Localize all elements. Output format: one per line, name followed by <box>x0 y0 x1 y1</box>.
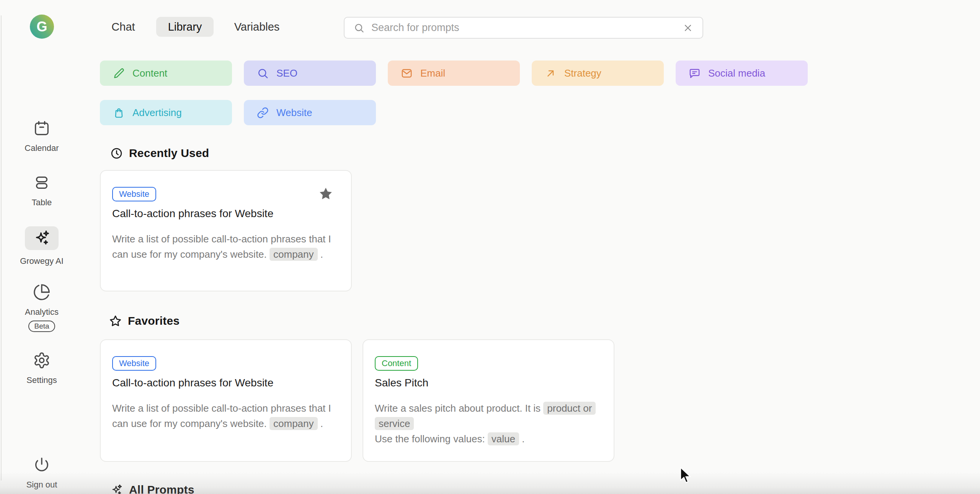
tab-library[interactable]: Library <box>156 17 214 37</box>
section-favorites: Favorites <box>109 314 180 327</box>
sidebar-item-label: Growegy AI <box>20 256 64 266</box>
category-tag: Website <box>112 356 156 371</box>
category-tag: Content <box>375 356 418 371</box>
pie-chart-icon <box>33 283 51 301</box>
sparkles-icon <box>110 484 123 494</box>
category-chip-strategy[interactable]: Strategy <box>532 61 664 86</box>
section-recently-used: Recently Used <box>110 147 209 160</box>
sidebar-item-label: Calendar <box>24 143 59 153</box>
category-chip-label: Email <box>420 67 445 79</box>
section-title: Recently Used <box>129 147 209 160</box>
beta-badge: Beta <box>28 321 55 332</box>
sidebar-item-label: Table <box>32 198 52 208</box>
prompt-description: Write a list of possible call-to-action … <box>112 231 343 262</box>
variable-token: product or service <box>375 402 596 430</box>
table-icon <box>33 174 51 191</box>
arrow-up-right-icon <box>545 67 557 79</box>
section-title: All Prompts <box>129 483 194 494</box>
category-chip-label: SEO <box>276 67 297 79</box>
active-item-highlight <box>25 226 59 250</box>
search-input[interactable] <box>371 22 676 34</box>
search-icon <box>354 23 364 33</box>
power-icon <box>33 456 51 474</box>
category-chip-label: Advertising <box>132 107 182 119</box>
mouse-cursor <box>680 467 694 484</box>
sparkles-icon <box>33 229 51 247</box>
sidebar-item-label: Settings <box>26 375 57 385</box>
prompt-title: Sales Pitch <box>375 377 428 389</box>
growegy-logo[interactable]: G <box>30 15 54 39</box>
shopping-bag-icon <box>113 107 125 119</box>
star-outline-icon <box>109 315 122 327</box>
prompt-card-favorite-sales-pitch[interactable]: Content Sales Pitch Write a sales pitch … <box>363 339 614 462</box>
category-chip-label: Website <box>276 107 312 119</box>
category-chip-label: Social media <box>708 67 765 79</box>
prompt-card-favorite-cta-website[interactable]: Website Call-to-action phrases for Websi… <box>100 339 352 462</box>
tab-variables-label: Variables <box>234 21 280 33</box>
prompt-title: Call-to-action phrases for Website <box>112 377 273 389</box>
sidebar-item-label: Analytics <box>25 307 59 317</box>
favorite-star-icon[interactable] <box>318 186 333 203</box>
category-chip-label: Content <box>132 67 167 79</box>
clock-icon <box>110 147 123 160</box>
prompt-description: Write a list of possible call-to-action … <box>112 401 343 431</box>
category-chip-content[interactable]: Content <box>100 61 232 86</box>
link-icon <box>257 107 269 119</box>
pencil-icon <box>113 67 125 79</box>
sidebar-item-analytics[interactable]: Analytics Beta <box>0 283 83 332</box>
tab-chat-label: Chat <box>111 21 135 33</box>
category-chip-advertising[interactable]: Advertising <box>100 100 232 125</box>
category-tag: Website <box>112 187 156 201</box>
sidebar-item-sign-out[interactable]: Sign out <box>0 456 83 490</box>
tab-variables[interactable]: Variables <box>224 17 289 37</box>
tab-chat[interactable]: Chat <box>100 17 146 37</box>
prompt-title: Call-to-action phrases for Website <box>112 208 273 220</box>
calendar-icon <box>33 119 51 137</box>
category-filter-row: Content SEO Email Strategy Social media … <box>100 61 850 125</box>
category-chip-social-media[interactable]: Social media <box>676 61 808 86</box>
tab-library-label: Library <box>168 21 202 33</box>
message-bubble-icon <box>689 67 701 79</box>
mail-icon <box>401 67 413 79</box>
sidebar-item-calendar[interactable]: Calendar <box>0 119 83 153</box>
category-chip-label: Strategy <box>564 67 601 79</box>
category-chip-seo[interactable]: SEO <box>244 61 376 86</box>
category-chip-email[interactable]: Email <box>388 61 520 86</box>
sidebar-item-table[interactable]: Table <box>0 174 83 208</box>
sidebar-item-settings[interactable]: Settings <box>0 352 83 385</box>
section-title: Favorites <box>128 314 180 327</box>
sidebar-item-growegy-ai[interactable]: Growegy AI <box>0 226 83 266</box>
prompt-card-recent-cta-website[interactable]: Website Call-to-action phrases for Websi… <box>100 170 352 291</box>
clear-search-icon[interactable] <box>683 23 693 33</box>
category-chip-website[interactable]: Website <box>244 100 376 125</box>
search-bar[interactable] <box>344 17 703 39</box>
variable-token: value <box>488 432 519 445</box>
gear-icon <box>33 352 51 369</box>
section-all-prompts: All Prompts <box>110 483 194 494</box>
logo-letter: G <box>36 19 47 35</box>
search-icon <box>257 67 269 79</box>
variable-token: company <box>270 248 318 261</box>
variable-token: company <box>270 417 318 430</box>
prompt-description: Write a sales pitch about product. It is… <box>375 401 605 447</box>
sidebar-item-label: Sign out <box>26 480 57 490</box>
